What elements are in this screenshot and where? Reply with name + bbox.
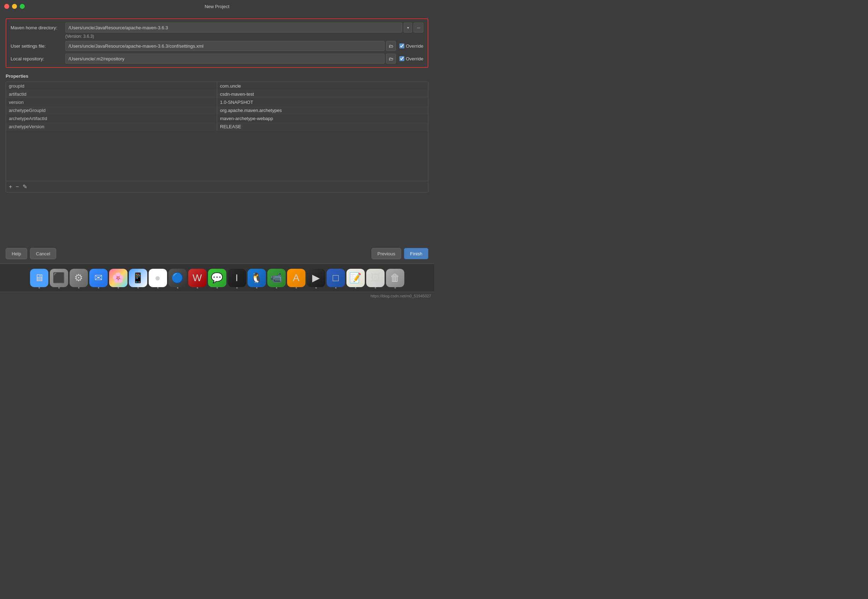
table-row[interactable]: groupId com.uncle [6, 82, 428, 90]
settings-file-input[interactable] [65, 41, 385, 51]
table-row[interactable]: version 1.0-SNAPSHOT [6, 98, 428, 106]
properties-table-container: groupId com.uncle artifactId csdn-maven-… [6, 82, 428, 181]
table-row[interactable]: archetypeGroupId org.apache.maven.archet… [6, 106, 428, 114]
status-bar: https://blog.csdn.net/m0_51945027 [0, 292, 434, 300]
macos-dock: 🖥⬛⚙✉🌸📱●🔵W💬I🐧📹A▶□📝🖼🗑 [0, 263, 434, 292]
finish-button[interactable]: Finish [404, 248, 428, 259]
local-repo-folder-button[interactable]: 🗁 [386, 54, 396, 63]
dock-item-screenx[interactable]: ▶ [307, 269, 325, 287]
properties-section: Properties groupId com.uncle artifactId … [6, 74, 428, 193]
local-repo-override-group: Override [399, 56, 423, 62]
maven-version-hint: (Version: 3.6.3) [65, 34, 423, 39]
close-button[interactable] [4, 4, 9, 9]
properties-toolbar: + − ✎ [6, 181, 428, 192]
dock-item-wechat[interactable]: 💬 [208, 269, 226, 287]
help-button[interactable]: Help [6, 248, 27, 259]
properties-table: groupId com.uncle artifactId csdn-maven-… [6, 82, 428, 131]
prop-value: com.uncle [217, 82, 428, 90]
settings-file-row: User settings file: 🗁 Override [11, 41, 423, 51]
dialog-footer: Help Cancel Previous Finish [0, 244, 434, 263]
footer-left: Help Cancel [6, 248, 56, 259]
settings-file-input-group: 🗁 Override [65, 41, 423, 51]
maven-home-input-group: ▾ ··· [65, 23, 423, 33]
prop-key: artifactId [6, 90, 217, 98]
cancel-button[interactable]: Cancel [30, 248, 56, 259]
dock-item-launchpad[interactable]: ⬛ [50, 269, 68, 287]
maven-home-more-button[interactable]: ··· [414, 23, 423, 33]
prop-key: archetypeArtifactId [6, 114, 217, 123]
add-property-button[interactable]: + [8, 183, 13, 190]
prop-value: RELEASE [217, 123, 428, 131]
settings-folder-button[interactable]: 🗁 [386, 41, 396, 51]
settings-override-group: Override [399, 44, 423, 49]
dialog-title: New Project [205, 4, 229, 9]
local-repo-override-label: Override [406, 56, 423, 62]
dock-item-preview[interactable]: 🖼 [366, 269, 385, 287]
dock-item-system-preferences[interactable]: ⚙ [69, 269, 88, 287]
dock-item-photos[interactable]: 🌸 [109, 269, 128, 287]
dock-item-pocketsx[interactable]: 📱 [129, 269, 147, 287]
prop-value: 1.0-SNAPSHOT [217, 98, 428, 106]
dock-item-wps[interactable]: W [188, 269, 206, 287]
table-row[interactable]: archetypeArtifactId maven-archetype-weba… [6, 114, 428, 123]
local-repo-input[interactable] [65, 54, 385, 63]
new-project-dialog: New Project Maven home directory: ▾ ··· … [0, 0, 434, 300]
title-bar: New Project [0, 0, 434, 13]
dock-item-finder[interactable]: 🖥 [30, 269, 48, 287]
local-repo-override-checkbox[interactable] [399, 56, 404, 61]
local-repo-input-group: 🗁 Override [65, 54, 423, 63]
maven-home-dropdown-button[interactable]: ▾ [404, 23, 412, 33]
dock-item-navicat[interactable]: 🔵 [168, 269, 187, 287]
dock-item-textedit[interactable]: 📝 [346, 269, 365, 287]
dock-item-mail[interactable]: ✉ [89, 269, 108, 287]
settings-file-label: User settings file: [11, 44, 65, 49]
dock-item-idea[interactable]: I [228, 269, 246, 287]
previous-button[interactable]: Previous [372, 248, 402, 259]
minimize-button[interactable] [12, 4, 17, 9]
edit-property-button[interactable]: ✎ [22, 183, 28, 190]
prop-key: groupId [6, 82, 217, 90]
table-row[interactable]: artifactId csdn-maven-test [6, 90, 428, 98]
window-controls [4, 4, 25, 9]
prop-key: archetypeVersion [6, 123, 217, 131]
maven-home-label: Maven home directory: [11, 25, 65, 30]
table-row[interactable]: archetypeVersion RELEASE [6, 123, 428, 131]
maven-home-row: Maven home directory: ▾ ··· [11, 23, 423, 33]
content-area: Maven home directory: ▾ ··· (Version: 3.… [0, 13, 434, 244]
dock-item-facetime[interactable]: 📹 [267, 269, 286, 287]
prop-value: csdn-maven-test [217, 90, 428, 98]
maximize-button[interactable] [20, 4, 25, 9]
prop-key: version [6, 98, 217, 106]
local-repo-label: Local repository: [11, 56, 65, 62]
dock-item-dictionary[interactable]: A [287, 269, 305, 287]
prop-key: archetypeGroupId [6, 106, 217, 114]
dock-item-chrome[interactable]: ● [149, 269, 167, 287]
prop-value: maven-archetype-webapp [217, 114, 428, 123]
properties-title: Properties [6, 74, 428, 79]
local-repo-row: Local repository: 🗁 Override [11, 54, 423, 63]
properties-area: groupId com.uncle artifactId csdn-maven-… [6, 81, 428, 193]
maven-home-input[interactable] [65, 23, 402, 33]
status-url: https://blog.csdn.net/m0_51945027 [370, 294, 431, 298]
dock-item-trash[interactable]: 🗑 [386, 269, 404, 287]
settings-override-label: Override [406, 44, 423, 49]
remove-property-button[interactable]: − [15, 183, 20, 190]
settings-override-checkbox[interactable] [399, 44, 404, 48]
footer-right: Previous Finish [372, 248, 428, 259]
dock-item-qq[interactable]: 🐧 [248, 269, 266, 287]
prop-value: org.apache.maven.archetypes [217, 106, 428, 114]
dock-item-virtualbox[interactable]: □ [326, 269, 345, 287]
maven-config-section: Maven home directory: ▾ ··· (Version: 3.… [6, 18, 428, 68]
